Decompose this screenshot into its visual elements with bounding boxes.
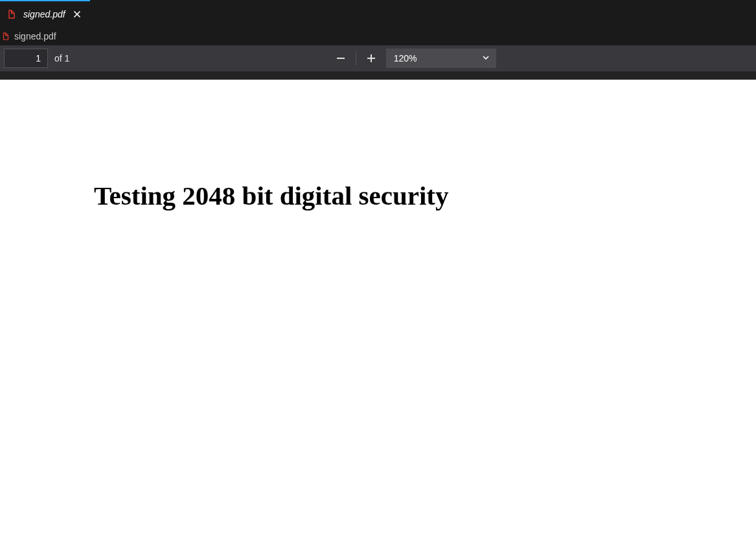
page-count-label: of 1 (52, 53, 69, 63)
zoom-select[interactable]: 120% (386, 49, 496, 68)
document-page: Testing 2048 bit digital security (0, 80, 756, 544)
document-heading: Testing 2048 bit digital security (94, 180, 448, 211)
divider (356, 51, 356, 65)
chevron-down-icon (482, 53, 490, 63)
zoom-in-button[interactable] (360, 47, 382, 69)
tab-title: signed.pdf (23, 9, 65, 19)
close-icon[interactable] (72, 9, 82, 19)
tab-bar: signed.pdf (0, 0, 756, 27)
filename-bar: signed.pdf (0, 27, 756, 45)
pdf-icon (6, 9, 17, 19)
zoom-level-label: 120% (394, 53, 417, 63)
toolbar-shadow-strip (0, 72, 756, 80)
pdf-icon (1, 32, 10, 41)
toolbar: of 1 120% (0, 45, 756, 72)
page-number-input[interactable] (4, 49, 48, 68)
zoom-out-button[interactable] (330, 47, 352, 69)
filename-title: signed.pdf (14, 31, 56, 41)
tab-signed-pdf[interactable]: signed.pdf (0, 0, 90, 27)
